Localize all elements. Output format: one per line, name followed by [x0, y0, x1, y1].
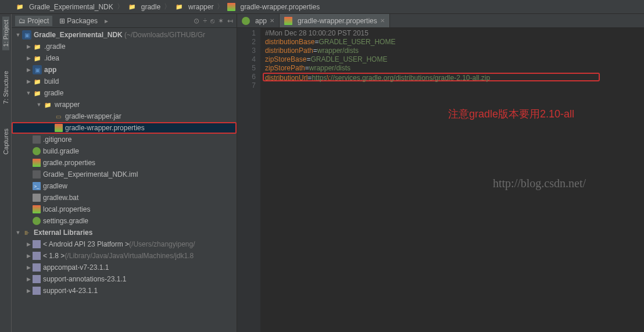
tree-row[interactable]: ▼📁gradle — [12, 87, 237, 99]
tree-row[interactable]: >_gradlew — [12, 180, 237, 192]
tree-row[interactable]: ▼📁wrapper — [12, 99, 237, 110]
expand-arrow-icon[interactable]: ▶ — [24, 253, 33, 259]
expand-arrow-icon[interactable]: ▼ — [14, 32, 22, 38]
tree-label: Gradle_Experimental_NDK.iml — [43, 170, 138, 179]
project-tool-button[interactable]: 1: Project — [2, 16, 9, 50]
code-line[interactable]: #Mon Dec 28 10:00:20 PST 2015 — [265, 29, 644, 38]
expand-arrow-icon[interactable]: ▶ — [24, 78, 33, 84]
tree-label: < 1.8 > — [43, 252, 65, 260]
expand-arrow-icon[interactable]: ▶ — [24, 67, 33, 73]
editor-area: app✕ gradle-wrapper.properties✕ 1234567 … — [237, 14, 644, 332]
hide-icon[interactable]: ↤ — [227, 17, 233, 25]
close-icon[interactable]: ✕ — [270, 17, 274, 24]
properties-file-icon — [284, 17, 292, 25]
gradle-icon — [242, 17, 250, 25]
code-line[interactable]: distributionBase=GRADLE_USER_HOME — [265, 38, 644, 47]
properties-file-icon — [33, 205, 41, 213]
tree-row[interactable]: ▭gradle-wrapper.jar — [12, 110, 237, 122]
library-icon — [33, 275, 41, 283]
tree-row[interactable]: ▶appcompat-v7-23.1.1 — [12, 262, 237, 273]
breadcrumb-item[interactable]: 📁gradle — [124, 2, 164, 12]
tree-row[interactable]: ▶📁.gradle — [12, 41, 237, 52]
expand-arrow-icon[interactable]: ▼ — [24, 90, 33, 96]
tree-row[interactable]: .gitignore — [12, 134, 237, 145]
tree-row[interactable]: ▶< 1.8 > (/Library/Java/JavaVirtualMachi… — [12, 250, 237, 262]
tree-label: build — [44, 77, 59, 85]
tree-row[interactable]: ▶support-annotations-23.1.1 — [12, 273, 237, 285]
tree-row[interactable]: settings.gradle — [12, 215, 237, 227]
library-icon — [33, 287, 41, 295]
tree-label: .gitignore — [43, 135, 71, 144]
tree-label: appcompat-v7-23.1.1 — [43, 263, 109, 272]
code-line[interactable]: distributionUrl=https\://services.gradle… — [263, 73, 600, 81]
properties-file-icon — [227, 3, 235, 11]
tree-label: gradle-wrapper.jar — [65, 112, 121, 120]
tree-row[interactable]: build.gradle — [12, 145, 237, 157]
expand-arrow-icon[interactable]: ▼ — [14, 230, 22, 235]
tree-row[interactable]: ▶📁build — [12, 76, 237, 87]
tree-label: support-v4-23.1.1 — [43, 287, 98, 295]
code-content[interactable]: #Mon Dec 28 10:00:20 PST 2015distributio… — [260, 28, 644, 332]
packages-icon: ⊞ — [59, 17, 65, 25]
divider-icon[interactable]: ÷ — [203, 17, 207, 25]
structure-tool-button[interactable]: 7: Structure — [2, 67, 9, 108]
code-line[interactable]: zipStorePath=wrapper/dists — [265, 64, 644, 73]
project-icon: 🗂 — [19, 17, 26, 25]
project-tree[interactable]: ▼▣Gradle_Experimental_NDK (~/Downloads/G… — [12, 28, 237, 332]
tree-row[interactable]: ▶< Android API 23 Platform > (/Users/zha… — [12, 238, 237, 250]
external-libraries[interactable]: ▼⊪External Libraries — [12, 227, 237, 238]
folder-icon: 📁 — [33, 42, 42, 51]
breadcrumb-item[interactable]: gradle-wrapper.properties — [224, 3, 323, 11]
tree-row[interactable]: gradle.properties — [12, 157, 237, 169]
tree-row[interactable]: gradlew.bat — [12, 192, 237, 204]
tree-label: gradle-wrapper.properties — [65, 124, 145, 132]
library-icon — [33, 240, 41, 248]
collapse-icon[interactable]: ⊙ — [194, 17, 199, 25]
tree-label: gradle.properties — [43, 159, 95, 167]
gradle-icon — [33, 147, 41, 155]
folder-icon: 📁 — [43, 100, 52, 109]
tree-label: support-annotations-23.1.1 — [43, 275, 126, 283]
folder-icon: 📁 — [33, 77, 42, 86]
libraries-icon: ⊪ — [22, 228, 31, 237]
tree-row[interactable]: ▶▣app — [12, 64, 237, 76]
module-icon: ▣ — [22, 30, 31, 40]
tree-row[interactable]: gradle-wrapper.properties — [12, 122, 237, 134]
expand-arrow-icon[interactable]: ▶ — [24, 265, 33, 270]
chevron-icon[interactable]: ▸ — [105, 17, 108, 25]
tree-label: local.properties — [43, 205, 90, 213]
close-icon[interactable]: ✕ — [380, 17, 385, 24]
code-line[interactable]: distributionPath=wrapper/dists — [265, 47, 644, 55]
file-icon — [33, 170, 41, 179]
breadcrumb-item[interactable]: 📁wrapper — [171, 2, 217, 12]
tree-label: .idea — [44, 54, 59, 62]
editor-tab-app[interactable]: app✕ — [237, 14, 280, 27]
expand-arrow-icon[interactable]: ▶ — [24, 288, 33, 294]
gear-icon[interactable]: ✶ — [218, 17, 224, 25]
expand-arrow-icon[interactable]: ▶ — [24, 55, 33, 61]
expand-arrow-icon[interactable]: ▼ — [35, 102, 43, 108]
captures-tool-button[interactable]: Captures — [2, 125, 9, 158]
tree-row[interactable]: Gradle_Experimental_NDK.iml — [12, 169, 237, 180]
tree-label: build.gradle — [43, 147, 79, 155]
tree-row[interactable]: ▶📁.idea — [12, 52, 237, 64]
editor-tab-properties[interactable]: gradle-wrapper.properties✕ — [280, 14, 390, 27]
properties-file-icon — [55, 124, 63, 132]
code-line[interactable]: zipStoreBase=GRADLE_USER_HOME — [265, 55, 644, 64]
tree-label: gradle — [44, 89, 63, 97]
tree-row[interactable]: ▶support-v4-23.1.1 — [12, 285, 237, 297]
expand-arrow-icon[interactable]: ▶ — [24, 44, 33, 49]
project-tab[interactable]: 🗂Project — [15, 16, 52, 26]
expand-arrow-icon[interactable]: ▶ — [24, 241, 33, 247]
breadcrumb-item[interactable]: 📁Gradle_Experimental_NDK — [12, 2, 117, 12]
autoscroll-icon[interactable]: ⎋ — [210, 17, 214, 25]
library-icon — [33, 263, 41, 272]
tree-path: (/Library/Java/JavaVirtualMachines/jdk1.… — [65, 252, 194, 260]
chevron-icon: 〉 — [217, 2, 224, 12]
expand-arrow-icon[interactable]: ▶ — [24, 276, 33, 282]
jar-icon: ▭ — [53, 112, 63, 121]
packages-tab[interactable]: ⊞Packages — [56, 16, 101, 26]
code-line[interactable] — [265, 81, 644, 90]
tree-row[interactable]: local.properties — [12, 204, 237, 215]
tree-root[interactable]: ▼▣Gradle_Experimental_NDK (~/Downloads/G… — [12, 29, 237, 41]
